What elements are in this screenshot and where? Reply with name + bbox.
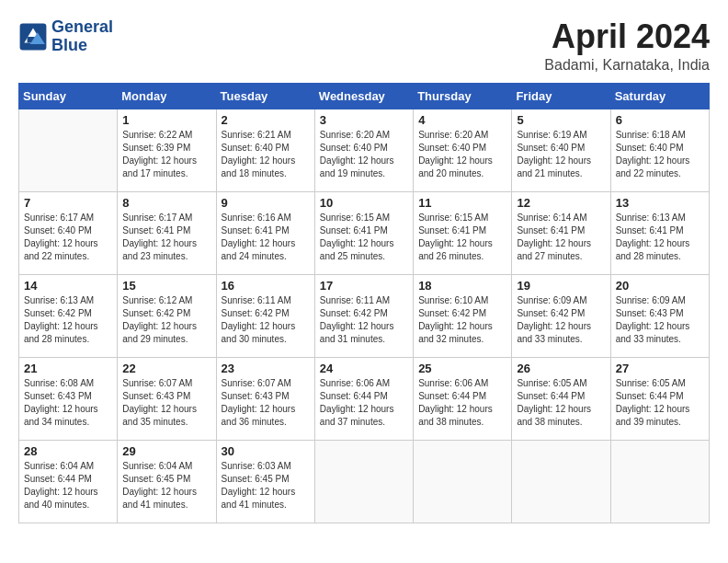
day-info: Sunrise: 6:13 AM Sunset: 6:42 PM Dayligh…	[24, 294, 112, 346]
day-number: 19	[517, 279, 605, 293]
calendar-cell: 21Sunrise: 6:08 AM Sunset: 6:43 PM Dayli…	[19, 357, 118, 440]
day-number: 6	[616, 113, 704, 127]
calendar-cell: 23Sunrise: 6:07 AM Sunset: 6:43 PM Dayli…	[216, 357, 314, 440]
day-number: 27	[616, 362, 704, 375]
calendar-cell: 11Sunrise: 6:15 AM Sunset: 6:41 PM Dayli…	[414, 191, 512, 274]
weekday-header-thursday: Thursday	[414, 83, 512, 109]
day-number: 24	[320, 362, 408, 375]
calendar-cell: 7Sunrise: 6:17 AM Sunset: 6:40 PM Daylig…	[19, 191, 118, 274]
weekday-header-saturday: Saturday	[610, 83, 709, 109]
day-info: Sunrise: 6:08 AM Sunset: 6:43 PM Dayligh…	[24, 377, 112, 429]
calendar-cell	[414, 440, 512, 523]
logo-line1: General	[51, 18, 113, 37]
day-number: 25	[418, 362, 506, 375]
logo: General Blue	[18, 18, 113, 55]
day-info: Sunrise: 6:07 AM Sunset: 6:43 PM Dayligh…	[122, 377, 210, 429]
calendar-cell: 20Sunrise: 6:09 AM Sunset: 6:43 PM Dayli…	[610, 274, 709, 357]
day-number: 2	[222, 113, 310, 127]
day-info: Sunrise: 6:17 AM Sunset: 6:40 PM Dayligh…	[24, 212, 112, 263]
calendar-cell: 5Sunrise: 6:19 AM Sunset: 6:40 PM Daylig…	[512, 109, 610, 191]
weekday-header-sunday: Sunday	[19, 83, 118, 109]
general-blue-icon	[18, 22, 48, 52]
day-info: Sunrise: 6:18 AM Sunset: 6:40 PM Dayligh…	[616, 129, 704, 180]
calendar-cell: 1Sunrise: 6:22 AM Sunset: 6:39 PM Daylig…	[118, 109, 216, 191]
calendar-cell: 16Sunrise: 6:11 AM Sunset: 6:42 PM Dayli…	[216, 274, 314, 357]
calendar-cell: 30Sunrise: 6:03 AM Sunset: 6:45 PM Dayli…	[216, 440, 314, 523]
day-info: Sunrise: 6:03 AM Sunset: 6:45 PM Dayligh…	[222, 460, 310, 511]
day-number: 9	[222, 196, 310, 210]
calendar-cell: 25Sunrise: 6:06 AM Sunset: 6:44 PM Dayli…	[414, 357, 512, 440]
day-info: Sunrise: 6:06 AM Sunset: 6:44 PM Dayligh…	[418, 377, 506, 429]
day-number: 21	[24, 362, 112, 375]
day-info: Sunrise: 6:22 AM Sunset: 6:39 PM Dayligh…	[122, 129, 210, 180]
week-row-3: 14Sunrise: 6:13 AM Sunset: 6:42 PM Dayli…	[19, 274, 710, 357]
day-info: Sunrise: 6:04 AM Sunset: 6:45 PM Dayligh…	[122, 460, 210, 511]
calendar-cell: 24Sunrise: 6:06 AM Sunset: 6:44 PM Dayli…	[314, 357, 413, 440]
weekday-header-tuesday: Tuesday	[216, 83, 314, 109]
day-number: 11	[418, 196, 506, 210]
day-info: Sunrise: 6:13 AM Sunset: 6:41 PM Dayligh…	[616, 212, 704, 263]
day-info: Sunrise: 6:21 AM Sunset: 6:40 PM Dayligh…	[222, 129, 310, 180]
day-number: 30	[222, 444, 310, 458]
day-number: 16	[222, 279, 310, 293]
day-info: Sunrise: 6:20 AM Sunset: 6:40 PM Dayligh…	[320, 129, 408, 180]
day-info: Sunrise: 6:17 AM Sunset: 6:41 PM Dayligh…	[122, 212, 210, 263]
day-info: Sunrise: 6:05 AM Sunset: 6:44 PM Dayligh…	[517, 377, 605, 429]
calendar-cell: 8Sunrise: 6:17 AM Sunset: 6:41 PM Daylig…	[118, 191, 216, 274]
calendar-cell: 28Sunrise: 6:04 AM Sunset: 6:44 PM Dayli…	[19, 440, 118, 523]
day-info: Sunrise: 6:12 AM Sunset: 6:42 PM Dayligh…	[122, 294, 210, 346]
day-info: Sunrise: 6:11 AM Sunset: 6:42 PM Dayligh…	[320, 294, 408, 346]
day-number: 18	[418, 279, 506, 293]
week-row-1: 1Sunrise: 6:22 AM Sunset: 6:39 PM Daylig…	[19, 109, 710, 191]
calendar-cell: 14Sunrise: 6:13 AM Sunset: 6:42 PM Dayli…	[19, 274, 118, 357]
week-row-5: 28Sunrise: 6:04 AM Sunset: 6:44 PM Dayli…	[19, 440, 710, 523]
page-header: General Blue April 2024 Badami, Karnatak…	[18, 18, 710, 74]
day-info: Sunrise: 6:15 AM Sunset: 6:41 PM Dayligh…	[418, 212, 506, 263]
logo-line2: Blue	[51, 37, 113, 55]
calendar-cell: 17Sunrise: 6:11 AM Sunset: 6:42 PM Dayli…	[314, 274, 413, 357]
calendar-cell: 27Sunrise: 6:05 AM Sunset: 6:44 PM Dayli…	[610, 357, 709, 440]
day-number: 13	[616, 196, 704, 210]
calendar-cell: 6Sunrise: 6:18 AM Sunset: 6:40 PM Daylig…	[610, 109, 709, 191]
day-number: 28	[24, 444, 112, 458]
day-number: 20	[616, 279, 704, 293]
calendar-cell: 13Sunrise: 6:13 AM Sunset: 6:41 PM Dayli…	[610, 191, 709, 274]
calendar-cell: 18Sunrise: 6:10 AM Sunset: 6:42 PM Dayli…	[414, 274, 512, 357]
day-info: Sunrise: 6:14 AM Sunset: 6:41 PM Dayligh…	[517, 212, 605, 263]
calendar-cell	[610, 440, 709, 523]
title-block: April 2024 Badami, Karnataka, India	[544, 18, 710, 74]
day-number: 8	[122, 196, 210, 210]
day-number: 7	[24, 196, 112, 210]
day-info: Sunrise: 6:15 AM Sunset: 6:41 PM Dayligh…	[320, 212, 408, 263]
calendar-cell: 2Sunrise: 6:21 AM Sunset: 6:40 PM Daylig…	[216, 109, 314, 191]
calendar-cell: 26Sunrise: 6:05 AM Sunset: 6:44 PM Dayli…	[512, 357, 610, 440]
day-number: 17	[320, 279, 408, 293]
day-info: Sunrise: 6:04 AM Sunset: 6:44 PM Dayligh…	[24, 460, 112, 511]
location-title: Badami, Karnataka, India	[544, 57, 710, 74]
day-number: 4	[418, 113, 506, 127]
calendar-cell: 22Sunrise: 6:07 AM Sunset: 6:43 PM Dayli…	[118, 357, 216, 440]
day-info: Sunrise: 6:05 AM Sunset: 6:44 PM Dayligh…	[616, 377, 704, 429]
calendar-cell: 19Sunrise: 6:09 AM Sunset: 6:42 PM Dayli…	[512, 274, 610, 357]
calendar-cell: 3Sunrise: 6:20 AM Sunset: 6:40 PM Daylig…	[314, 109, 413, 191]
day-number: 15	[122, 279, 210, 293]
day-number: 22	[122, 362, 210, 375]
day-number: 12	[517, 196, 605, 210]
day-number: 3	[320, 113, 408, 127]
calendar-cell: 15Sunrise: 6:12 AM Sunset: 6:42 PM Dayli…	[118, 274, 216, 357]
day-info: Sunrise: 6:16 AM Sunset: 6:41 PM Dayligh…	[222, 212, 310, 263]
day-info: Sunrise: 6:06 AM Sunset: 6:44 PM Dayligh…	[320, 377, 408, 429]
weekday-header-row: SundayMondayTuesdayWednesdayThursdayFrid…	[19, 83, 710, 109]
day-number: 5	[517, 113, 605, 127]
calendar-cell	[19, 109, 118, 191]
calendar-cell: 4Sunrise: 6:20 AM Sunset: 6:40 PM Daylig…	[414, 109, 512, 191]
calendar-cell: 10Sunrise: 6:15 AM Sunset: 6:41 PM Dayli…	[314, 191, 413, 274]
day-number: 23	[222, 362, 310, 375]
day-number: 29	[122, 444, 210, 458]
calendar-cell: 12Sunrise: 6:14 AM Sunset: 6:41 PM Dayli…	[512, 191, 610, 274]
day-info: Sunrise: 6:07 AM Sunset: 6:43 PM Dayligh…	[222, 377, 310, 429]
month-title: April 2024	[544, 18, 710, 55]
day-info: Sunrise: 6:19 AM Sunset: 6:40 PM Dayligh…	[517, 129, 605, 180]
week-row-4: 21Sunrise: 6:08 AM Sunset: 6:43 PM Dayli…	[19, 357, 710, 440]
day-number: 14	[24, 279, 112, 293]
